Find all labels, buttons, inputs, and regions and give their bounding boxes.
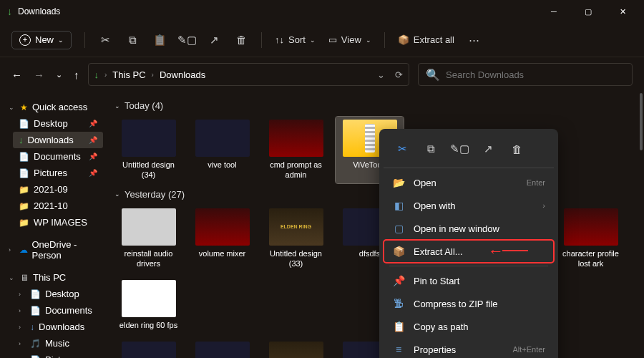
- pin-icon: 📌: [89, 153, 97, 160]
- sidebar-item[interactable]: ›📄Documents: [13, 302, 103, 319]
- search-input[interactable]: [446, 69, 625, 80]
- context-menu-item[interactable]: 📦Extract All...: [384, 240, 554, 263]
- ctx-delete-icon[interactable]: 🗑: [504, 137, 530, 160]
- delete-icon[interactable]: 🗑: [234, 33, 248, 47]
- search-box[interactable]: 🔍: [418, 63, 633, 86]
- separator: [261, 32, 262, 48]
- file-item[interactable]: lost ark menu: [114, 339, 182, 358]
- file-item[interactable]: ELDEN RINGUntitled design (33): [262, 205, 330, 272]
- refresh-button[interactable]: ⟳: [395, 69, 403, 80]
- breadcrumb-segment[interactable]: This PC: [112, 69, 145, 80]
- chevron-right-icon: ›: [9, 246, 15, 253]
- file-item[interactable]: Untitled design (34): [114, 117, 182, 183]
- menu-item-label: Open in new window: [414, 223, 545, 234]
- ctx-cut-icon[interactable]: ✂: [389, 137, 415, 160]
- menu-item-icon: ◧: [392, 200, 405, 211]
- context-menu-item[interactable]: 🗜Compress to ZIP file: [384, 292, 554, 315]
- sidebar-item[interactable]: 📄Desktop📌: [13, 115, 103, 132]
- menu-item-label: Compress to ZIP file: [414, 299, 545, 309]
- chevron-down-icon[interactable]: ⌄: [377, 69, 385, 80]
- thumbnail: ELDEN RING: [269, 342, 323, 358]
- file-item[interactable]: cmd prompt as admin: [262, 117, 330, 183]
- sidebar-item[interactable]: ›📄Desktop: [13, 286, 103, 302]
- file-item[interactable]: volume mixer: [188, 205, 256, 272]
- thumbnail: ELDEN RING: [269, 208, 323, 246]
- sidebar-item[interactable]: ›↓Downloads: [13, 319, 103, 335]
- ctx-copy-icon[interactable]: ⧉: [418, 137, 444, 160]
- menu-item-label: Properties: [414, 344, 504, 355]
- sort-button[interactable]: ↑↓ Sort ⌄: [275, 34, 316, 45]
- close-button[interactable]: ✕: [608, 1, 637, 21]
- recent-button[interactable]: ⌄: [56, 70, 62, 79]
- file-item[interactable]: character profile lost ark: [557, 205, 625, 272]
- sidebar-onedrive[interactable]: › ☁ OneDrive - Person: [3, 236, 103, 263]
- up-button[interactable]: ↑: [74, 69, 79, 81]
- ctx-share-icon[interactable]: ↗: [475, 137, 501, 160]
- breadcrumb[interactable]: ↓ › This PC › Downloads ⌄ ⟳: [88, 63, 410, 86]
- file-name: Untitled design (33): [265, 248, 327, 269]
- window-title: Downloads: [18, 6, 60, 16]
- back-button[interactable]: ←: [11, 69, 22, 81]
- group-header-today[interactable]: ⌄ Today (4): [114, 100, 635, 111]
- file-item[interactable]: elden ring 60 fps: [114, 277, 182, 333]
- shortcut-hint: Enter: [527, 178, 545, 187]
- sidebar-item[interactable]: 📄Documents📌: [13, 148, 103, 165]
- context-menu-item[interactable]: ◧Open with›: [384, 194, 554, 217]
- thumbnail: [195, 120, 250, 157]
- thumbnail: [122, 342, 176, 358]
- chevron-down-icon: ⌄: [114, 190, 120, 198]
- more-button[interactable]: ⋯: [467, 33, 482, 47]
- new-button[interactable]: + New ⌄: [11, 31, 72, 49]
- sidebar-item[interactable]: 📄Pictures📌: [13, 165, 103, 181]
- file-item[interactable]: reinstall audio drivers: [114, 205, 182, 272]
- sidebar: ⌄ ★ Quick access 📄Desktop📌↓Downloads📌📄Do…: [0, 92, 106, 358]
- sidebar-item[interactable]: ›📄Pictures: [13, 352, 103, 358]
- separator: [389, 266, 548, 266]
- scrollbar[interactable]: [640, 93, 643, 150]
- file-name: reinstall audio drivers: [117, 248, 180, 269]
- menu-item-icon: 📌: [392, 275, 405, 286]
- paste-icon[interactable]: 📋: [152, 33, 167, 47]
- file-item[interactable]: lost ark inspect: [188, 339, 256, 358]
- sidebar-item[interactable]: 📁2021-09: [13, 181, 103, 198]
- share-icon[interactable]: ↗: [207, 33, 221, 47]
- context-menu-item[interactable]: 📂OpenEnter: [384, 171, 554, 194]
- view-button[interactable]: ▭ View ⌄: [328, 34, 371, 45]
- maximize-button[interactable]: ▢: [574, 1, 602, 21]
- menu-item-icon: 🗜: [392, 298, 405, 309]
- forward-button[interactable]: →: [34, 69, 44, 81]
- breadcrumb-segment[interactable]: Downloads: [160, 69, 205, 80]
- rename-icon[interactable]: ✎▢: [180, 33, 194, 47]
- chevron-down-icon: ⌄: [9, 104, 16, 111]
- sidebar-this-pc[interactable]: ⌄ 🖥 This PC: [3, 269, 103, 286]
- download-icon: ↓: [94, 69, 99, 80]
- copy-icon[interactable]: ⧉: [125, 33, 140, 47]
- context-menu-item[interactable]: ▢Open in new window: [384, 217, 554, 240]
- sidebar-item[interactable]: 📁2021-10: [13, 198, 103, 214]
- chevron-right-icon: ›: [542, 201, 545, 210]
- extract-all-button[interactable]: 📦 Extract all: [398, 34, 454, 45]
- chevron-right-icon: ›: [19, 340, 26, 347]
- context-menu-item[interactable]: 📌Pin to Start: [384, 269, 554, 292]
- pin-icon: 📌: [89, 120, 97, 127]
- shortcut-hint: Alt+Enter: [512, 345, 545, 354]
- chevron-right-icon: ›: [152, 71, 154, 79]
- file-item[interactable]: vive tool: [188, 117, 256, 183]
- minimize-button[interactable]: ─: [540, 1, 568, 21]
- file-item[interactable]: ELDEN RINGElden Ring main: [262, 339, 330, 358]
- context-menu-item[interactable]: ≡PropertiesAlt+Enter: [384, 338, 554, 358]
- sidebar-quick-access[interactable]: ⌄ ★ Quick access: [3, 99, 103, 115]
- search-icon: 🔍: [426, 68, 440, 82]
- ctx-rename-icon[interactable]: ✎▢: [447, 137, 472, 160]
- pin-icon: 📌: [89, 136, 97, 144]
- sidebar-item[interactable]: 📁WP IMAGES: [13, 214, 103, 231]
- chevron-down-icon: ⌄: [114, 102, 120, 110]
- menu-item-label: Open: [414, 178, 518, 188]
- cut-icon[interactable]: ✂: [98, 33, 112, 47]
- context-menu-item[interactable]: 📋Copy as path: [384, 315, 554, 338]
- star-icon: ★: [20, 102, 28, 112]
- chevron-right-icon: ›: [19, 307, 26, 314]
- chevron-right-icon: ›: [104, 71, 107, 79]
- sidebar-item[interactable]: ↓Downloads📌: [13, 132, 103, 148]
- sidebar-item[interactable]: ›🎵Music: [13, 335, 103, 352]
